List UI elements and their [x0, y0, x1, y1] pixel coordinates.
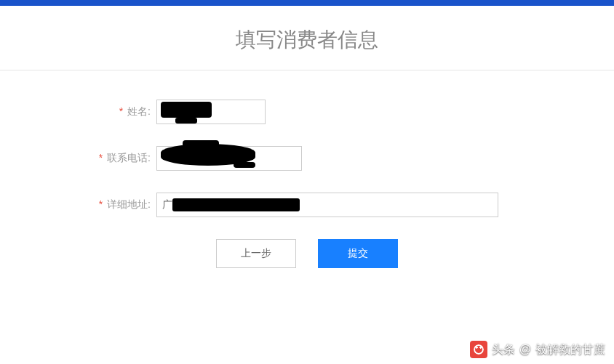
submit-button[interactable]: 提交: [318, 239, 398, 268]
name-input[interactable]: [156, 100, 266, 124]
required-mark: *: [99, 198, 103, 210]
prev-button[interactable]: 上一步: [216, 239, 296, 268]
button-row: 上一步 提交: [58, 239, 556, 268]
phone-row: * 联系电话:: [58, 146, 556, 171]
watermark-brand: 头条: [492, 342, 515, 357]
page-title: 填写消费者信息: [0, 6, 614, 70]
watermark: 头条 @ 被解救的甘蔗: [470, 341, 605, 358]
address-input[interactable]: [156, 193, 498, 217]
watermark-author: 被解救的甘蔗: [535, 342, 605, 357]
address-label-wrap: * 详细地址:: [58, 198, 156, 211]
top-bar: [0, 0, 614, 6]
phone-input[interactable]: [156, 146, 302, 171]
consumer-form: * 姓名: * 联系电话: * 详细地址: 广 上一步 提交: [0, 70, 614, 268]
address-row: * 详细地址: 广: [58, 193, 556, 217]
address-input-wrap: 广: [156, 193, 498, 217]
required-mark: *: [99, 152, 103, 163]
name-label: 姓名:: [127, 105, 151, 117]
name-input-wrap: [156, 100, 266, 124]
phone-label-wrap: * 联系电话:: [58, 152, 156, 165]
address-label: 详细地址:: [107, 198, 151, 210]
phone-input-wrap: [156, 146, 302, 171]
required-mark: *: [119, 105, 123, 117]
phone-label: 联系电话:: [107, 152, 151, 163]
toutiao-icon: [470, 341, 487, 358]
name-row: * 姓名:: [58, 100, 556, 124]
name-label-wrap: * 姓名:: [58, 105, 156, 118]
watermark-at: @: [519, 343, 531, 356]
